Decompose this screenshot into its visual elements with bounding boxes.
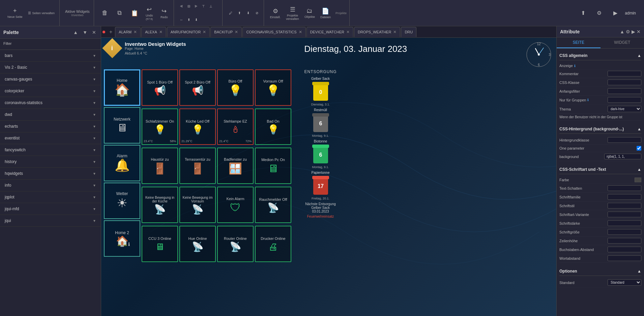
info-icon-gruppen[interactable]: ℹ: [587, 98, 589, 102]
one-parameter-checkbox[interactable]: [637, 146, 641, 151]
palette-item-jqplot[interactable]: jqplot ▼: [0, 191, 101, 203]
objekte-button[interactable]: 🗂 Objekte: [302, 6, 317, 20]
schriftfamilie-input[interactable]: [608, 194, 641, 200]
nav-widget-wetter[interactable]: Wetter ☀: [104, 183, 140, 219]
widget-vorraum-off[interactable]: Vorraum Off 💡: [255, 69, 291, 106]
wortabstand-input[interactable]: [608, 255, 641, 261]
align-stretch-button[interactable]: ↔: [178, 17, 185, 22]
dateien-button[interactable]: 📄 Dateien: [318, 6, 333, 20]
tab-coronavirus[interactable]: CORONAVIRUS_STATISTICS ✕: [242, 27, 305, 37]
new-page-button[interactable]: + Neue Seite: [5, 6, 25, 20]
schriftart-variante-input[interactable]: [608, 212, 641, 217]
widget-haustur-zu[interactable]: Haustür zu 🚪: [142, 148, 178, 184]
palette-item-hqwidgets[interactable]: hqwidgets ▼: [0, 168, 101, 180]
widget-router-online[interactable]: Router Online 📡: [217, 226, 254, 262]
palette-item-jqui-mfd[interactable]: jqui-mfd ▼: [0, 203, 101, 215]
widget-keine-bewegung-kuche[interactable]: Keine Bewegung in der Küche 📡: [142, 187, 178, 223]
thema-select[interactable]: dark-hive: [608, 106, 641, 112]
widget-spot1-buro-off[interactable]: Spot 1 Büro Off 📢: [142, 69, 178, 106]
tab-backitup-close[interactable]: ✕: [235, 30, 238, 34]
hintergrundklasse-input[interactable]: [608, 137, 641, 143]
palette-item-echarts[interactable]: echarts ▼: [0, 121, 101, 132]
tab-backitup[interactable]: BACKITUP ✕: [210, 27, 242, 37]
info-icon-anzeige[interactable]: ℹ: [574, 64, 576, 68]
align-center-button[interactable]: ⊟: [185, 4, 192, 9]
widget-drucker-online[interactable]: Drucker Online 🖨: [255, 226, 291, 262]
palette-item-dwd[interactable]: dwd ▼: [0, 109, 101, 121]
attr-section-hintergrund-header[interactable]: CSS-Hintergrund (background-...) ▲: [559, 125, 641, 134]
tab-alarm-close[interactable]: ✕: [134, 30, 137, 34]
attr-up-button[interactable]: ▲: [620, 29, 624, 34]
palette-item-coronavirus-statistics[interactable]: coronavirus-statistics ▼: [0, 97, 101, 109]
widget-terrassentur-zu[interactable]: Terrassentür zu 🚪: [179, 148, 216, 184]
kommentar-input[interactable]: [608, 71, 641, 76]
tab-device-watcher-close[interactable]: ✕: [346, 30, 350, 34]
buchstaben-abstand-input[interactable]: [608, 247, 641, 252]
attr-section-schrift-header[interactable]: CSS-Schriftart und -Text ▲: [559, 165, 641, 174]
settings-button[interactable]: ⚙ Einstell.: [268, 6, 283, 20]
nav-widget-home[interactable]: Home 🏠: [104, 69, 140, 106]
widget-buro-off[interactable]: Büro Off 💡: [217, 69, 254, 106]
nav-widget-alarm[interactable]: Alarm 🔔: [104, 145, 140, 181]
tab-device-watcher[interactable]: DEVICE_WATCHER ✕: [306, 27, 353, 37]
widget-hue-online[interactable]: Hue Online 📡: [179, 226, 216, 262]
zeilenhohe-input[interactable]: [608, 238, 641, 244]
farbe-color-swatch[interactable]: [635, 178, 641, 182]
export-button[interactable]: ⬆: [185, 17, 192, 22]
disable-button[interactable]: ⊘: [253, 10, 261, 15]
attr-expand-button[interactable]: ▶: [632, 29, 635, 34]
attr-close-button[interactable]: ✕: [637, 29, 641, 34]
play-button[interactable]: ▶: [609, 8, 622, 18]
widget-keine-bewegung-vorraum[interactable]: Keine Bewegung im Vorraum 📡: [179, 187, 216, 223]
schriftstarke-input[interactable]: [608, 220, 641, 226]
palette-close-button[interactable]: ✕: [91, 29, 97, 36]
nav-widget-home2[interactable]: Home 2 🏠ℹ: [104, 220, 140, 257]
palette-item-fancyswitch[interactable]: fancyswitch ▼: [0, 144, 101, 156]
align-right-button[interactable]: ⫸: [193, 4, 200, 9]
widget-kuche-led-off[interactable]: Küche Led Off 💡 21.29°C: [179, 108, 216, 145]
user-settings-button[interactable]: ⚙: [592, 8, 606, 18]
tab-anrufmonitor[interactable]: ANRUFMONITOR ✕: [167, 27, 210, 37]
widget-kein-alarm[interactable]: Kein Alarm 🛡: [217, 187, 254, 223]
anfangsfilter-input[interactable]: [608, 88, 641, 94]
tab-dru[interactable]: DRU: [401, 27, 416, 37]
standard-select[interactable]: Standard: [608, 279, 641, 286]
palette-item-history[interactable]: history ▼: [0, 156, 101, 168]
tab-alarm[interactable]: ALARM ✕: [115, 27, 141, 37]
attr-section-css-allgemein-header[interactable]: CSS allgemein ▲: [559, 51, 641, 60]
attr-section-optionen-header[interactable]: Optionen ▲: [559, 267, 641, 276]
palette-item-canvas-gauges[interactable]: canvas-gauges ▼: [0, 73, 101, 85]
gruppen-input[interactable]: [608, 97, 641, 103]
align-left-button[interactable]: ⫷: [178, 4, 185, 9]
align-bottom-button[interactable]: ⊥: [208, 4, 214, 9]
palette-item-jqui[interactable]: jqui ▼: [0, 215, 101, 227]
undo-button[interactable]: ↩ Undo(57:9): [143, 4, 156, 22]
copy-button[interactable]: ⧉: [113, 8, 126, 18]
projekte-verwalten-button[interactable]: ☰ Projekteverwalten: [284, 4, 301, 22]
tab-coronavirus-close[interactable]: ✕: [299, 30, 302, 34]
schriftgrosse-input[interactable]: [608, 229, 641, 235]
tab-add-button[interactable]: +: [107, 28, 115, 36]
text-schatten-input[interactable]: [608, 185, 641, 191]
expand-button[interactable]: ⬆: [576, 8, 590, 18]
palette-item-info[interactable]: info ▼: [0, 180, 101, 191]
widget-badfenster-zu[interactable]: Badfenster zu 🪟: [217, 148, 254, 184]
tab-anrufmonitor-close[interactable]: ✕: [203, 30, 206, 34]
redo-button[interactable]: ↪ Redo: [157, 6, 171, 20]
paste-button[interactable]: 📋: [128, 8, 141, 18]
palette-item-bars[interactable]: bars ▼: [0, 50, 101, 62]
tab-alexa[interactable]: ALEXA ✕: [141, 27, 166, 37]
palette-item-colorpicker[interactable]: colorpicker ▼: [0, 85, 101, 97]
widget-rauchmelder-off[interactable]: Rauchmelder Off 📡: [255, 187, 291, 223]
tab-alexa-close[interactable]: ✕: [159, 30, 163, 34]
tab-drops-weather-close[interactable]: ✕: [393, 30, 397, 34]
palette-item-eventlist[interactable]: eventlist ▼: [0, 132, 101, 144]
attr-settings-button[interactable]: ⚙: [626, 29, 630, 34]
align-top-button[interactable]: ⊤: [200, 4, 207, 9]
widget-bad-on[interactable]: Bad On 💡: [255, 108, 291, 145]
nav-widget-netzwerk[interactable]: Netzwerk 🖥: [104, 107, 140, 144]
widget-medion-pc-on[interactable]: Medion Pc On 🖥: [255, 148, 291, 184]
tab-seite[interactable]: SEITE: [557, 37, 601, 48]
pages-manage-button[interactable]: ☰ Seiten verwalten: [26, 10, 57, 16]
schriftstil-input[interactable]: [608, 203, 641, 209]
